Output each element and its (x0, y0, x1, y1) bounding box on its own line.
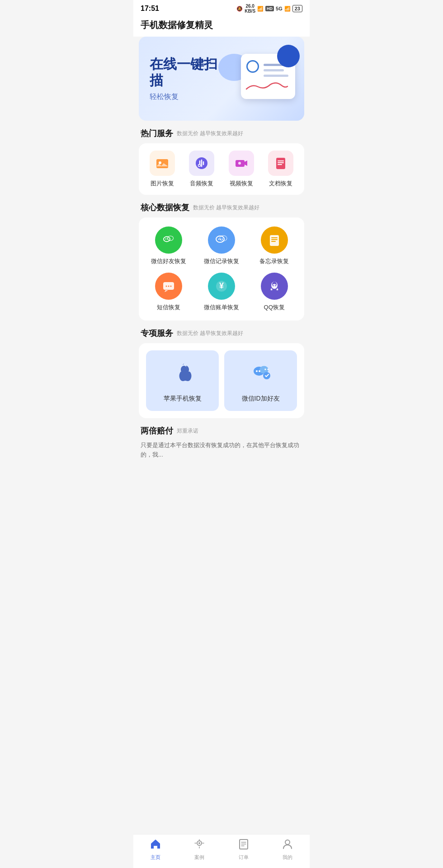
core-item-wechat-records[interactable]: 微信记录恢复 (197, 226, 246, 265)
5g-icon: 5G (276, 6, 283, 11)
svg-point-3 (198, 165, 201, 167)
bell-icon: 🔕 (236, 6, 243, 12)
service-icon-doc (268, 151, 293, 176)
core-services-grid: 微信好友恢复 微信记录恢复 (142, 225, 301, 313)
core-label-sms: 短信恢复 (157, 303, 180, 311)
special-item-apple[interactable]: 苹果手机恢复 (146, 350, 219, 411)
svg-rect-16 (270, 235, 279, 246)
banner-title: 在线一键扫描 (150, 56, 227, 89)
core-services-title: 核心数据恢复 (141, 202, 189, 213)
services-grid: 图片恢复 音频恢复 (142, 151, 301, 188)
svg-rect-6 (276, 158, 285, 169)
svg-point-30 (256, 370, 258, 372)
hd-icon: HD (265, 6, 274, 11)
battery-icon: 23 (292, 5, 302, 12)
app-header: 手机数据修复精灵 (133, 16, 310, 37)
svg-point-31 (259, 370, 260, 372)
status-icons: 🔕 26.0KB/S 📶 HD 5G 📶 23 (236, 4, 302, 14)
svg-point-19 (168, 286, 170, 287)
service-icon-audio (189, 151, 214, 176)
service-label-audio: 音频恢复 (190, 179, 213, 188)
hot-services-title: 热门服务 (141, 128, 173, 139)
service-icon-photo (150, 151, 175, 176)
service-item-video[interactable]: 视频恢复 (225, 151, 258, 188)
speed-indicator: 26.0KB/S (245, 4, 255, 14)
wechat-id-icon (249, 361, 273, 389)
special-grid: 苹果手机恢复 微信ID加好友 (144, 349, 299, 413)
core-item-sms[interactable]: 短信恢复 (144, 273, 193, 311)
svg-point-14 (220, 239, 222, 240)
svg-point-20 (170, 286, 172, 287)
svg-point-26 (273, 285, 273, 286)
core-services-subtitle: 数据无价 越早恢复效果越好 (193, 204, 259, 212)
status-time: 17:51 (141, 5, 159, 13)
svg-point-9 (165, 238, 166, 239)
svg-point-12 (220, 236, 227, 241)
svg-point-33 (267, 368, 269, 370)
svg-point-13 (218, 239, 220, 240)
svg-point-27 (275, 285, 276, 286)
app-title: 手机数据修复精灵 (141, 20, 213, 30)
core-label-wechat-records: 微信记录恢复 (204, 257, 239, 265)
special-services-subtitle: 数据无价 越早恢复效果越好 (177, 330, 243, 337)
banner[interactable]: 在线一键扫描 轻松恢复 (139, 37, 304, 121)
svg-rect-0 (156, 159, 168, 168)
core-label-memo: 备忘录恢复 (259, 257, 289, 265)
core-label-wechat-friends: 微信好友恢复 (151, 257, 186, 265)
special-services-card: 苹果手机恢复 微信ID加好友 (139, 343, 304, 418)
svg-text:¥: ¥ (219, 281, 224, 290)
core-icon-memo (261, 226, 288, 254)
core-label-qq: QQ恢复 (264, 303, 285, 311)
compensation-subtitle: 郑重承诺 (177, 427, 198, 435)
special-item-wechat-id[interactable]: 微信ID加好友 (224, 350, 297, 411)
compensation-header: 两倍赔付 郑重承诺 (133, 425, 310, 436)
core-icon-wechat-records (208, 226, 235, 254)
core-item-qq[interactable]: QQ恢复 (250, 273, 299, 311)
svg-point-32 (264, 368, 266, 370)
svg-point-8 (168, 236, 174, 241)
status-bar: 17:51 🔕 26.0KB/S 📶 HD 5G 📶 23 (133, 0, 310, 16)
service-label-doc: 文档恢复 (269, 179, 292, 188)
core-label-wechat-bill: 微信账单恢复 (204, 303, 239, 311)
service-item-doc[interactable]: 文档恢复 (264, 151, 297, 188)
svg-point-7 (164, 237, 170, 242)
special-label-wechat-id: 微信ID加好友 (242, 395, 280, 403)
core-item-memo[interactable]: 备忘录恢复 (250, 226, 299, 265)
core-icon-sms (155, 273, 182, 300)
core-icon-qq (261, 273, 288, 300)
compensation-text: 只要是通过本平台数据没有恢复成功的，在其他平台恢复成功的，我... (133, 441, 310, 463)
banner-text: 在线一键扫描 轻松恢复 (150, 56, 227, 102)
special-services-header: 专项服务 数据无价 越早恢复效果越好 (133, 328, 310, 339)
special-services-title: 专项服务 (141, 328, 173, 339)
hot-services-card: 图片恢复 音频恢复 (139, 143, 304, 195)
banner-illustration (227, 49, 295, 108)
core-icon-wechat-friends (155, 226, 182, 254)
svg-point-18 (166, 286, 167, 287)
core-services-header: 核心数据恢复 数据无价 越早恢复效果越好 (133, 202, 310, 213)
service-icon-video (229, 151, 254, 176)
banner-subtitle: 轻松恢复 (150, 92, 227, 102)
svg-point-10 (167, 238, 168, 239)
core-item-wechat-friends[interactable]: 微信好友恢复 (144, 226, 193, 265)
service-label-video: 视频恢复 (230, 179, 253, 188)
hot-services-header: 热门服务 数据无价 越早恢复效果越好 (133, 128, 310, 139)
wifi-icon: 📶 (257, 6, 264, 12)
svg-point-15 (222, 239, 223, 240)
core-item-wechat-bill[interactable]: ¥ 微信账单恢复 (197, 273, 246, 311)
signal-icon: 📶 (284, 6, 291, 12)
special-label-apple: 苹果手机恢复 (164, 395, 202, 403)
service-label-photo: 图片恢复 (151, 179, 174, 188)
hot-services-subtitle: 数据无价 越早恢复效果越好 (177, 130, 243, 137)
compensation-title: 两倍赔付 (141, 425, 173, 436)
service-item-audio[interactable]: 音频恢复 (185, 151, 218, 188)
core-services-card: 微信好友恢复 微信记录恢复 (139, 217, 304, 321)
apple-icon (171, 361, 194, 389)
svg-point-5 (238, 162, 241, 165)
core-icon-wechat-bill: ¥ (208, 273, 235, 300)
service-item-photo[interactable]: 图片恢复 (146, 151, 179, 188)
